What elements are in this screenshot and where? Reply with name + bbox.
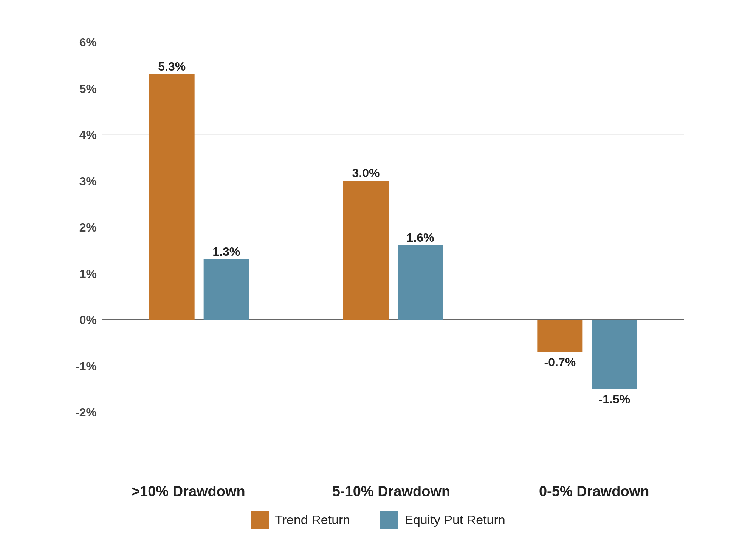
y-axis-label [38, 19, 64, 500]
x-axis: >10% Drawdown5-10% Drawdown0-5% Drawdown [64, 480, 718, 500]
svg-text:-2%: -2% [75, 406, 97, 416]
svg-text:1.6%: 1.6% [407, 231, 434, 244]
svg-text:5.3%: 5.3% [158, 59, 186, 73]
svg-text:1.3%: 1.3% [212, 244, 240, 258]
chart-area: 6%5%4%3%2%1%0%-1%-2%5.3%1.3%3.0%1.6%-0.7… [38, 19, 718, 500]
svg-text:1%: 1% [79, 267, 97, 280]
legend-box-trend [251, 511, 269, 529]
x-axis-label: 5-10% Drawdown [290, 480, 493, 500]
chart-inner: 6%5%4%3%2%1%0%-1%-2%5.3%1.3%3.0%1.6%-0.7… [64, 19, 718, 500]
svg-rect-20 [204, 259, 249, 319]
svg-text:6%: 6% [79, 36, 97, 49]
x-axis-label: 0-5% Drawdown [493, 480, 696, 500]
chart-container: 6%5%4%3%2%1%0%-1%-2%5.3%1.3%3.0%1.6%-0.7… [38, 19, 718, 529]
svg-text:3.0%: 3.0% [352, 166, 380, 179]
svg-text:-0.7%: -0.7% [544, 355, 576, 369]
legend-item-equity: Equity Put Return [380, 511, 505, 529]
svg-text:5%: 5% [79, 82, 97, 95]
svg-rect-24 [398, 245, 443, 320]
svg-rect-28 [592, 320, 637, 389]
svg-rect-22 [343, 181, 389, 320]
svg-text:-1.5%: -1.5% [599, 392, 631, 406]
svg-rect-18 [149, 74, 195, 319]
svg-text:2%: 2% [79, 221, 97, 234]
svg-text:0%: 0% [79, 313, 97, 327]
svg-text:4%: 4% [79, 128, 97, 142]
x-axis-label: >10% Drawdown [87, 480, 290, 500]
legend-item-trend: Trend Return [251, 511, 350, 529]
svg-text:-1%: -1% [75, 359, 97, 373]
svg-text:3%: 3% [79, 174, 97, 188]
legend: Trend Return Equity Put Return [251, 511, 505, 529]
svg-rect-26 [537, 320, 582, 352]
legend-box-equity [380, 511, 398, 529]
legend-label-equity: Equity Put Return [404, 512, 505, 527]
legend-label-trend: Trend Return [275, 512, 350, 527]
